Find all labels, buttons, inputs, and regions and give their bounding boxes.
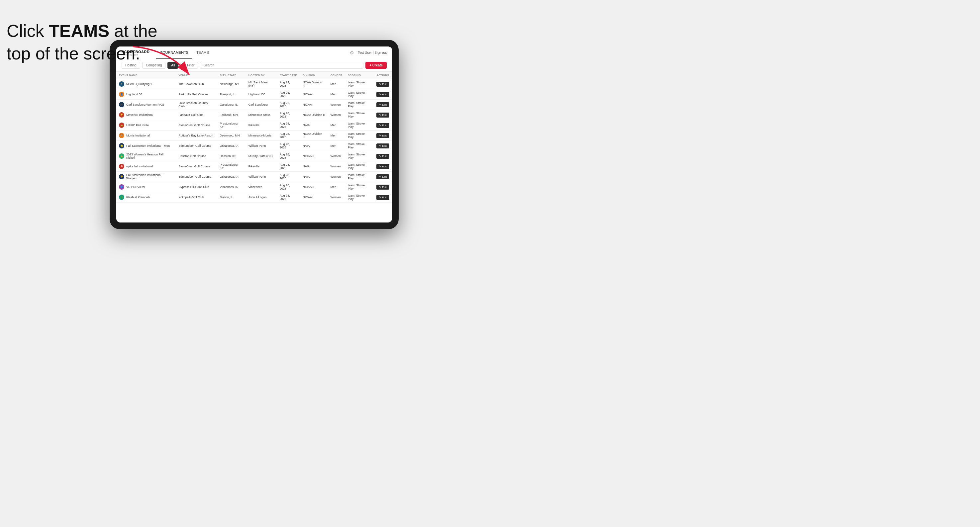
cell-city-state: Newburgh, NY — [217, 79, 246, 89]
cell-gender: Women — [328, 172, 345, 182]
cell-event-name: 🏆 Maverick Invitational — [116, 110, 176, 120]
edit-button[interactable]: ✎ Edit — [376, 113, 389, 117]
col-start-date: START DATE — [277, 72, 300, 79]
cell-scoring: team, Stroke Play — [345, 130, 374, 141]
cell-division: NICAA I — [300, 89, 328, 100]
cell-hosted-by: Minnesota-Morris — [246, 130, 277, 141]
settings-icon[interactable]: ⚙ — [350, 50, 355, 56]
edit-button[interactable]: ✎ Edit — [376, 123, 389, 128]
event-icon: 🏆 — [119, 112, 124, 117]
cell-start-date: Aug 28, 2023 — [277, 182, 300, 192]
search-input[interactable] — [200, 62, 363, 69]
all-button[interactable]: All — [167, 62, 178, 69]
table-row: 🏌 MSMC Qualifying 1 The Powelton Club Ne… — [116, 79, 392, 89]
cell-division: NCAA Division III — [300, 130, 328, 141]
event-icon: 🔷 — [119, 184, 124, 190]
event-name-cell: 🔷 VU PREVIEW — [119, 184, 173, 190]
edit-button[interactable]: ✎ Edit — [376, 92, 389, 97]
cell-gender: Men — [328, 130, 345, 141]
table-row: 🏅 2023 Women's Hesston Fall Kickoff Hess… — [116, 151, 392, 161]
table-row: 🎯 upike fall invitational StoneCrest Gol… — [116, 161, 392, 172]
edit-button[interactable]: ✎ Edit — [376, 185, 389, 190]
cell-scoring: team, Stroke Play — [345, 110, 374, 120]
edit-button[interactable]: ✎ Edit — [376, 175, 389, 179]
cell-gender: Women — [328, 100, 345, 110]
cell-city-state: Vincennes, IN — [217, 182, 246, 192]
edit-button[interactable]: ✎ Edit — [376, 164, 389, 169]
tablet-screen: SCOREBOARD Powered by clippit TOURNAMENT… — [116, 46, 392, 222]
table-row: 🎓 Carl Sandburg Women FA23 Lake Bracken … — [116, 100, 392, 110]
cell-event-name: 🦅 Morris Invitational — [116, 130, 176, 141]
cell-start-date: Aug 25, 2023 — [277, 89, 300, 100]
cell-event-name: 🌿 Klash at Kokopelli — [116, 192, 176, 203]
create-button[interactable]: + Create — [366, 62, 387, 69]
table-row: 🦅 Morris Invitational Ruttger's Bay Lake… — [116, 130, 392, 141]
cell-venue: Park Hills Golf Course — [176, 89, 217, 100]
event-icon: 🎯 — [119, 164, 124, 169]
edit-button[interactable]: ✎ Edit — [376, 143, 389, 148]
col-actions: ACTIONS — [374, 72, 392, 79]
event-name-label: Carl Sandburg Women FA23 — [126, 103, 164, 106]
cell-start-date: Aug 28, 2023 — [277, 110, 300, 120]
event-name-cell: 🦅 Morris Invitational — [119, 133, 173, 138]
table-row: 👤 Highland 36 Park Hills Golf Course Fre… — [116, 89, 392, 100]
event-name-label: UPIKE Fall Invite — [126, 124, 149, 127]
cell-event-name: 🎓 Carl Sandburg Women FA23 — [116, 100, 176, 110]
cell-division: NAIA — [300, 172, 328, 182]
cell-hosted-by: Highland CC — [246, 89, 277, 100]
cell-actions: ✎ Edit — [374, 151, 392, 161]
cell-venue: Edmundson Golf Course — [176, 141, 217, 151]
filter-button[interactable]: ≡ Filter — [180, 62, 198, 69]
cell-city-state: Prestonsburg, KY — [217, 120, 246, 130]
search-box — [200, 62, 363, 69]
cell-scoring: team, Stroke Play — [345, 89, 374, 100]
edit-button[interactable]: ✎ Edit — [376, 133, 389, 138]
event-name-label: Fall Statesmen Invitational - Men — [126, 144, 170, 148]
event-name-label: VU PREVIEW — [126, 185, 145, 189]
event-name-label: Maverick Invitational — [126, 113, 153, 117]
cell-event-name: 🏌 MSMC Qualifying 1 — [116, 79, 176, 89]
col-venue: VENUE — [176, 72, 217, 79]
cell-scoring: team, Stroke Play — [345, 161, 374, 172]
nav-bar: SCOREBOARD Powered by clippit TOURNAMENT… — [116, 46, 392, 59]
event-name-cell: 🏌 MSMC Qualifying 1 — [119, 81, 173, 87]
cell-actions: ✎ Edit — [374, 161, 392, 172]
nav-teams[interactable]: TEAMS — [192, 46, 213, 59]
cell-gender: Men — [328, 120, 345, 130]
nav-tournaments[interactable]: TOURNAMENTS — [156, 46, 192, 59]
cell-hosted-by: Pikeville — [246, 120, 277, 130]
cell-division: NCAA Division III — [300, 79, 328, 89]
cell-start-date: Aug 28, 2023 — [277, 161, 300, 172]
col-division: DIVISION — [300, 72, 328, 79]
table-row: 🏆 Maverick Invitational Faribault Golf C… — [116, 110, 392, 120]
cell-scoring: team, Stroke Play — [345, 151, 374, 161]
cell-venue: StoneCrest Golf Course — [176, 161, 217, 172]
cell-hosted-by: Carl Sandburg — [246, 100, 277, 110]
cell-event-name: 🎯 upike fall invitational — [116, 161, 176, 172]
cell-scoring: team, Stroke Play — [345, 192, 374, 203]
edit-button[interactable]: ✎ Edit — [376, 154, 389, 159]
table-row: 🔷 VU PREVIEW Cypress Hills Golf Club Vin… — [116, 182, 392, 192]
event-icon: 🏅 — [119, 153, 124, 159]
cell-hosted-by: Murray State (OK) — [246, 151, 277, 161]
cell-city-state: Oskaloosa, IA — [217, 141, 246, 151]
cell-scoring: team, Stroke Play — [345, 79, 374, 89]
cell-event-name: 🏅 2023 Women's Hesston Fall Kickoff — [116, 151, 176, 161]
edit-button[interactable]: ✎ Edit — [376, 82, 389, 87]
cell-division: NICAA I — [300, 100, 328, 110]
cell-scoring: team, Stroke Play — [345, 172, 374, 182]
table-row: 🌟 Fall Statesmen Invitational - Men Edmu… — [116, 141, 392, 151]
instruction-text: Click TEAMS at thetop of the screen. — [6, 20, 158, 65]
cell-venue: Cypress Hills Golf Club — [176, 182, 217, 192]
cell-hosted-by: Minnesota State — [246, 110, 277, 120]
col-hosted-by: HOSTED BY — [246, 72, 277, 79]
nav-links: TOURNAMENTS TEAMS — [156, 46, 350, 59]
col-scoring: SCORING — [345, 72, 374, 79]
event-name-label: Highland 36 — [126, 93, 142, 96]
cell-hosted-by: Pikeville — [246, 161, 277, 172]
cell-gender: Men — [328, 79, 345, 89]
col-gender: GENDER — [328, 72, 345, 79]
edit-button[interactable]: ✎ Edit — [376, 102, 389, 107]
cell-start-date: Aug 28, 2023 — [277, 130, 300, 141]
edit-button[interactable]: ✎ Edit — [376, 195, 389, 200]
